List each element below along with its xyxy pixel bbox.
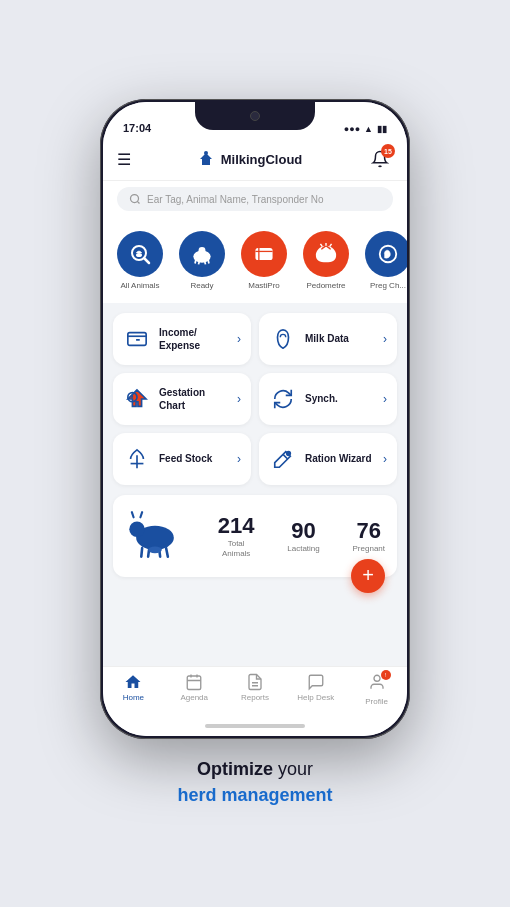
income-expense-arrow: › (237, 332, 241, 346)
nav-agenda-label: Agenda (180, 693, 208, 702)
svg-point-4 (136, 253, 142, 257)
nav-reports-label: Reports (241, 693, 269, 702)
category-all-animals[interactable]: All Animals (113, 231, 167, 291)
ration-wizard-icon (269, 445, 297, 473)
phone-frame: 17:04 ●●● ▲ ▮▮ ☰ MilkingCloud (100, 99, 410, 739)
home-icon (124, 673, 142, 691)
tagline-bold: Optimize (197, 759, 273, 779)
tagline: Optimize your herd management (177, 757, 332, 807)
notification-button[interactable]: 15 (367, 146, 393, 172)
stat-total-animals: 214 TotalAnimals (218, 513, 255, 560)
category-mastipro[interactable]: MastiPro (237, 231, 291, 291)
synch-icon (269, 385, 297, 413)
menu-ration-wizard-label: Ration Wizard (305, 452, 372, 465)
svg-rect-11 (255, 248, 272, 260)
milk-data-arrow: › (383, 332, 387, 346)
income-expense-icon (123, 325, 151, 353)
nav-home[interactable]: Home (103, 673, 164, 706)
menu-income-expense-label: Income/Expense (159, 326, 200, 352)
svg-rect-28 (187, 676, 201, 690)
agenda-icon (185, 673, 203, 691)
categories-row: All Animals Ready (103, 221, 407, 303)
menu-milk-data[interactable]: Milk Data › (259, 313, 397, 365)
fab-button[interactable]: + (351, 559, 385, 593)
tagline-blue: herd management (177, 785, 332, 805)
stat-pregnant: 76 Pregnant (353, 518, 385, 554)
svg-point-27 (148, 546, 162, 553)
search-section: Ear Tag, Animal Name, Transponder No (103, 181, 407, 221)
menu-income-expense[interactable]: Income/Expense › (113, 313, 251, 365)
category-pedometre[interactable]: Pedometre (299, 231, 353, 291)
notification-badge: 15 (381, 144, 395, 158)
gestation-chart-arrow: › (237, 392, 241, 406)
svg-line-8 (199, 261, 200, 264)
lactating-label: Lactating (287, 544, 319, 554)
svg-line-7 (195, 260, 196, 264)
nav-profile[interactable]: ! Profile (346, 673, 407, 706)
nav-profile-label: Profile (365, 697, 388, 706)
category-preg-check[interactable]: Preg Ch... (361, 231, 407, 291)
logo-icon (196, 151, 216, 167)
svg-line-16 (330, 244, 332, 247)
menu-milk-data-label: Milk Data (305, 332, 349, 345)
category-mastipro-label: MastiPro (248, 281, 280, 291)
feed-stock-arrow: › (237, 452, 241, 466)
svg-line-3 (144, 258, 149, 263)
help-desk-icon (307, 673, 325, 691)
search-placeholder-text: Ear Tag, Animal Name, Transponder No (147, 194, 324, 205)
signal-icon: ●●● (344, 124, 360, 134)
gestation-chart-icon (123, 385, 151, 413)
svg-line-15 (320, 244, 322, 247)
battery-icon: ▮▮ (377, 124, 387, 134)
menu-gestation-chart[interactable]: GestationChart › (113, 373, 251, 425)
menu-gestation-chart-label: GestationChart (159, 386, 205, 412)
category-ready-label: Ready (190, 281, 213, 291)
svg-point-31 (374, 676, 380, 682)
svg-rect-18 (128, 332, 146, 345)
category-all-animals-label: All Animals (120, 281, 159, 291)
feed-stock-icon (123, 445, 151, 473)
profile-badge: ! (381, 670, 391, 680)
search-input-wrap[interactable]: Ear Tag, Animal Name, Transponder No (117, 187, 393, 211)
svg-point-6 (199, 247, 206, 254)
milk-data-icon (269, 325, 297, 353)
svg-point-22 (129, 521, 144, 536)
menu-synch[interactable]: Synch. › (259, 373, 397, 425)
lactating-count: 90 (287, 518, 319, 544)
wifi-icon: ▲ (364, 124, 373, 134)
reports-icon (246, 673, 264, 691)
stat-lactating: 90 Lactating (287, 518, 319, 554)
menu-feed-stock-label: Feed Stock (159, 452, 212, 465)
svg-line-23 (141, 548, 142, 557)
total-animals-label: TotalAnimals (218, 539, 255, 560)
menu-button[interactable]: ☰ (117, 150, 131, 169)
svg-line-9 (205, 261, 206, 264)
menu-feed-stock[interactable]: Feed Stock › (113, 433, 251, 485)
header: ☰ MilkingCloud 15 (103, 140, 407, 181)
search-icon (129, 193, 141, 205)
menu-grid: Income/Expense › Milk Data (103, 303, 407, 485)
category-ready[interactable]: Ready (175, 231, 229, 291)
nav-help-desk[interactable]: Help Desk (285, 673, 346, 706)
nav-agenda[interactable]: Agenda (164, 673, 225, 706)
svg-point-1 (131, 195, 139, 203)
ration-wizard-arrow: › (383, 452, 387, 466)
svg-point-0 (204, 151, 208, 155)
svg-line-26 (166, 548, 168, 557)
nav-home-label: Home (123, 693, 144, 702)
status-time: 17:04 (123, 122, 151, 134)
nav-reports[interactable]: Reports (225, 673, 286, 706)
notch (195, 102, 315, 130)
home-indicator (103, 716, 407, 736)
menu-ration-wizard[interactable]: Ration Wizard › (259, 433, 397, 485)
cow-illustration (125, 509, 185, 563)
content-scroll[interactable]: All Animals Ready (103, 221, 407, 666)
category-preg-check-label: Preg Ch... (370, 281, 406, 291)
synch-arrow: › (383, 392, 387, 406)
pregnant-count: 76 (353, 518, 385, 544)
stats-card: 214 TotalAnimals 90 Lactating 76 Pregnan… (113, 495, 397, 577)
tagline-normal: your (273, 759, 313, 779)
svg-line-10 (208, 260, 209, 264)
pregnant-label: Pregnant (353, 544, 385, 554)
category-pedometre-label: Pedometre (306, 281, 345, 291)
